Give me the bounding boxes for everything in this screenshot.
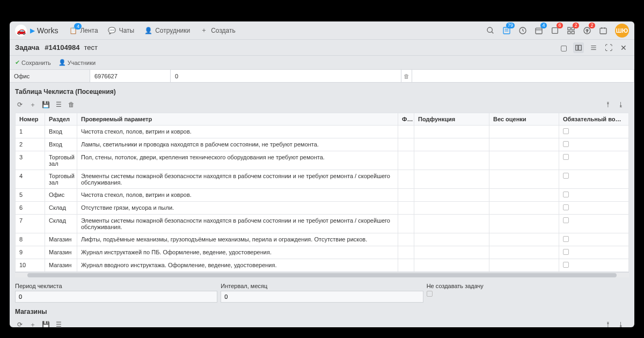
cell-num: 1 xyxy=(16,126,45,138)
upload2-icon[interactable]: ⭱ xyxy=(603,320,613,327)
cell-sub xyxy=(414,246,489,259)
plus-icon: ＋ xyxy=(200,26,208,35)
cell-f xyxy=(398,246,414,259)
alert-icon[interactable]: 6 xyxy=(548,24,561,37)
cell-section: Вход xyxy=(45,126,77,138)
table-row[interactable]: 8МагазинЛифты, подъёмные механизмы, груз… xyxy=(16,233,629,246)
h-scrollbar[interactable] xyxy=(15,272,629,277)
field-row: Офис 6976627 0 🗑 xyxy=(10,70,634,83)
employees-icon: 👤 xyxy=(144,26,152,35)
grid-icon[interactable]: 2 xyxy=(565,24,577,37)
list-icon[interactable] xyxy=(588,42,599,53)
refresh2-icon[interactable]: ⟳ xyxy=(15,320,25,327)
mand-checkbox[interactable] xyxy=(563,262,569,268)
filter2-icon[interactable]: ☰ xyxy=(54,320,63,327)
mand-checkbox[interactable] xyxy=(563,217,569,223)
upload-icon[interactable]: ⭱ xyxy=(603,100,613,109)
cell-param: Лифты, подъёмные механизмы, грузоподъёмн… xyxy=(77,233,398,246)
cell-sub xyxy=(414,138,489,151)
period-label: Период чеклиста xyxy=(15,283,217,289)
cell-f xyxy=(398,170,414,189)
cell-section: Офис xyxy=(45,189,77,202)
mand-checkbox[interactable] xyxy=(563,154,569,160)
cell-f xyxy=(398,215,414,233)
window-icon[interactable]: ▢ xyxy=(558,42,569,53)
interval-input[interactable] xyxy=(221,291,423,303)
th-mand[interactable]: Обязательный вопрос? xyxy=(559,113,629,126)
checklist-title: Таблица Чеклиста (Посещения) xyxy=(15,88,629,95)
cell-weight xyxy=(489,215,559,233)
table-row[interactable]: 3Торговый залПол, стены, потолок, двери,… xyxy=(16,151,629,170)
expand-icon[interactable]: ⛶ xyxy=(603,42,614,53)
mand-checkbox[interactable] xyxy=(563,204,569,210)
search-icon[interactable] xyxy=(484,24,497,37)
tasks-icon[interactable]: 79 xyxy=(500,24,513,37)
members-button[interactable]: 👤 Участники xyxy=(58,59,96,66)
mand-checkbox[interactable] xyxy=(563,236,569,242)
nav-employees[interactable]: 👤 Сотрудники xyxy=(144,26,190,35)
brand-label: Works xyxy=(37,26,58,35)
table-row[interactable]: 7СкладЭлементы системы пожарной безопасн… xyxy=(16,215,629,233)
nav-create[interactable]: ＋ Создать xyxy=(200,26,236,35)
cell-param: Пол, стены, потолок, двери, крепления те… xyxy=(77,151,398,170)
download-icon[interactable]: ⭳ xyxy=(616,100,626,109)
download2-icon[interactable]: ⭳ xyxy=(616,320,626,327)
cell-section: Магазин xyxy=(45,259,77,272)
th-num[interactable]: Номер xyxy=(16,113,45,126)
zero-cell[interactable]: 0 xyxy=(171,70,401,82)
cell-param: Элементы системы пожарной безопасности н… xyxy=(77,170,398,189)
cell-f xyxy=(398,126,414,138)
trash-icon[interactable]: 🗑 xyxy=(401,70,412,82)
help-badge: 2 xyxy=(589,23,595,28)
table-row[interactable]: 5ОфисЧистота стекол, полов, витрин и ков… xyxy=(16,189,629,202)
grid-badge: 2 xyxy=(573,23,579,28)
th-sub[interactable]: Подфункция xyxy=(414,113,489,126)
table-row[interactable]: 2ВходЛампы, светильники и проводка наход… xyxy=(16,138,629,151)
user-avatar[interactable]: ШЮ xyxy=(615,24,629,38)
svg-line-7 xyxy=(523,31,524,31)
mand-checkbox[interactable] xyxy=(563,128,569,134)
cell-num: 10 xyxy=(16,259,45,272)
cell-mand xyxy=(559,215,629,233)
code-cell[interactable]: 6976627 xyxy=(90,70,171,82)
save-disk-icon[interactable]: 💾 xyxy=(41,100,50,109)
office-cell[interactable]: Офис xyxy=(10,70,90,82)
refresh-icon[interactable]: ⟳ xyxy=(15,100,25,109)
save-button[interactable]: ✔ Сохранить xyxy=(15,59,51,66)
checklist-table: Номер Раздел Проверяемый параметр Ф... П… xyxy=(15,113,629,272)
calendar-icon[interactable]: 4 xyxy=(532,24,545,37)
svg-rect-20 xyxy=(576,45,578,50)
help-icon[interactable]: ? 2 xyxy=(581,24,594,37)
table-row[interactable]: 4Торговый залЭлементы системы пожарной б… xyxy=(16,170,629,189)
nav-chats[interactable]: 💬 Чаты xyxy=(108,26,135,35)
add2-icon[interactable]: ＋ xyxy=(28,320,38,327)
cell-weight xyxy=(489,151,559,170)
th-f[interactable]: Ф... xyxy=(398,113,414,126)
cal2-icon[interactable] xyxy=(597,24,610,37)
table-row[interactable]: 9МагазинЖурнал инструктажей по ПБ. Оформ… xyxy=(16,246,629,259)
mand-checkbox[interactable] xyxy=(563,192,569,197)
alert-badge: 6 xyxy=(557,23,563,28)
period-input[interactable] xyxy=(15,291,217,303)
save2-icon[interactable]: 💾 xyxy=(41,320,50,327)
notask-checkbox[interactable] xyxy=(427,291,433,297)
layout-icon[interactable] xyxy=(573,42,584,53)
filter-icon[interactable]: ☰ xyxy=(54,100,63,109)
th-weight[interactable]: Вес оценки xyxy=(489,113,559,126)
nav-feed[interactable]: 📋 Лента 4 xyxy=(69,26,98,35)
close-icon[interactable]: ✕ xyxy=(618,42,629,53)
table-row[interactable]: 1ВходЧистота стекол, полов, витрин и ков… xyxy=(16,126,629,138)
add-icon[interactable]: ＋ xyxy=(28,100,38,109)
table-row[interactable]: 6СкладОтсутствие грязи, мусора и пыли. xyxy=(16,202,629,215)
cell-mand xyxy=(559,138,629,151)
cell-section: Торговый зал xyxy=(45,170,77,189)
mand-checkbox[interactable] xyxy=(563,249,569,255)
th-param[interactable]: Проверяемый параметр xyxy=(77,113,398,126)
mand-checkbox[interactable] xyxy=(563,173,569,179)
th-section[interactable]: Раздел xyxy=(45,113,77,126)
cell-param: Лампы, светильники и проводка находятся … xyxy=(77,138,398,151)
clock-icon[interactable] xyxy=(516,24,529,37)
table-row[interactable]: 10МагазинЖурнал вводного инструктажа. Оф… xyxy=(16,259,629,272)
delete-icon[interactable]: 🗑 xyxy=(67,100,76,109)
mand-checkbox[interactable] xyxy=(563,141,569,147)
